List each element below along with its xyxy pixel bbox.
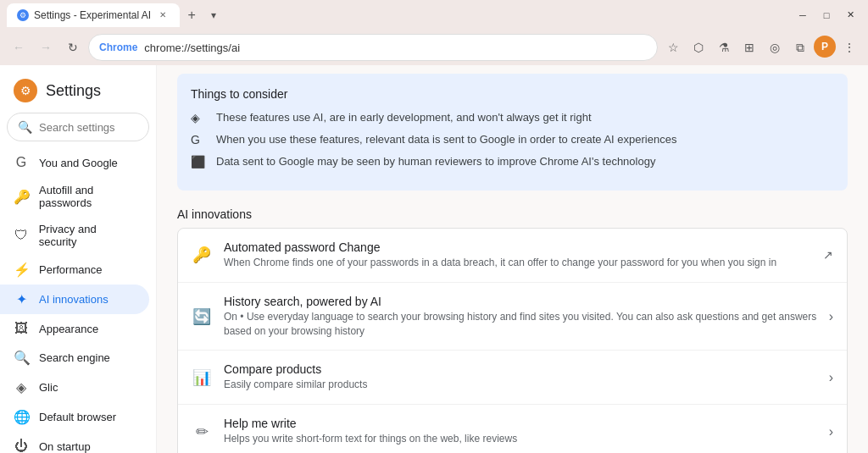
screenshare-icon[interactable]: ⧉ — [788, 36, 812, 59]
extensions-icon[interactable]: ⬡ — [687, 36, 710, 59]
card-icon-history-search: 🔄 — [192, 307, 212, 326]
tab-favicon — [17, 9, 29, 21]
titlebar-controls: ─ □ ✕ — [792, 7, 861, 24]
sidebar-label-default-browser: Default browser — [39, 411, 116, 423]
avatar[interactable]: P — [814, 36, 836, 58]
refresh-button[interactable]: ↻ — [61, 36, 85, 59]
card-content-history-search: History search, powered by AI On • Use e… — [224, 295, 817, 339]
info-box: Things to consider ◈ These features use … — [177, 74, 848, 191]
sidebar-item-autofill[interactable]: 🔑 Autofill and passwords — [0, 177, 149, 216]
chrome-logo: Chrome — [99, 41, 137, 53]
search-input[interactable] — [39, 121, 138, 134]
card-desc-help-me-write: Helps you write short-form text for thin… — [224, 432, 817, 446]
sidebar-nav: G You and Google 🔑 Autofill and password… — [0, 148, 156, 453]
search-icon: 🔍 — [18, 120, 32, 134]
info-text-0: These features use AI, are in early deve… — [216, 111, 592, 124]
sidebar-item-performance[interactable]: ⚡ Performance — [0, 255, 149, 285]
search-settings[interactable]: 🔍 — [7, 113, 149, 141]
sidebar-item-default-browser[interactable]: 🌐 Default browser — [0, 402, 149, 432]
card-desc-compare-products: Easily compare similar products — [224, 378, 817, 392]
titlebar: Settings - Experimental AI ✕ + ▾ ─ □ ✕ — [0, 0, 868, 30]
sidebar-icon-you-and-google: G — [14, 155, 29, 170]
info-text-2: Data sent to Google may be seen by human… — [216, 155, 655, 168]
grid-icon[interactable]: ⊞ — [737, 36, 761, 59]
camera-icon[interactable]: ◎ — [763, 36, 787, 59]
tab-bar: Settings - Experimental AI ✕ + ▾ — [7, 0, 224, 30]
menu-icon[interactable]: ⋮ — [837, 36, 861, 59]
sidebar-label-you-and-google: You and Google — [39, 157, 118, 169]
info-item-2: ⬛ Data sent to Google may be seen by hum… — [191, 155, 834, 168]
card-icon-help-me-write: ✏ — [192, 423, 212, 441]
sidebar-item-on-startup[interactable]: ⏻ On startup — [0, 432, 149, 453]
sidebar-item-search-engine[interactable]: 🔍 Search engine — [0, 343, 149, 373]
sidebar-label-glic: Glic — [39, 381, 58, 394]
card-item-automated-password[interactable]: 🔑 Automated password Change When Chrome … — [178, 229, 847, 283]
card-desc-history-search: On • Use everyday language to search you… — [224, 310, 817, 339]
info-item-1: G When you use these features, relevant … — [191, 133, 834, 146]
main-layout: ⚙ Settings 🔍 G You and Google 🔑 Autofill… — [0, 65, 868, 453]
tab-close-button[interactable]: ✕ — [156, 8, 170, 22]
back-button[interactable]: ← — [7, 36, 31, 59]
info-icon-0: ◈ — [191, 111, 208, 124]
info-box-title: Things to consider — [191, 87, 834, 101]
url-display: chrome://settings/ai — [144, 41, 647, 54]
card-item-history-search[interactable]: 🔄 History search, powered by AI On • Use… — [178, 283, 847, 351]
external-link-icon: ↗ — [823, 248, 833, 262]
addressbar: ← → ↻ Chrome chrome://settings/ai ☆ ⬡ ⚗ … — [0, 30, 868, 65]
chevron-right-icon: › — [829, 370, 833, 385]
card-title-automated-password: Automated password Change — [224, 240, 811, 254]
sidebar: ⚙ Settings 🔍 G You and Google 🔑 Autofill… — [0, 65, 157, 453]
info-item-0: ◈ These features use AI, are in early de… — [191, 111, 834, 124]
card-content-automated-password: Automated password Change When Chrome fi… — [224, 240, 811, 270]
sidebar-icon-search-engine: 🔍 — [14, 350, 29, 366]
card-title-compare-products: Compare products — [224, 362, 817, 376]
maximize-button[interactable]: □ — [815, 7, 837, 24]
sidebar-icon-default-browser: 🌐 — [14, 409, 29, 425]
active-tab[interactable]: Settings - Experimental AI ✕ — [7, 3, 180, 27]
tab-dropdown-button[interactable]: ▾ — [203, 5, 224, 25]
card-content-compare-products: Compare products Easily compare similar … — [224, 362, 817, 392]
omnibox[interactable]: Chrome chrome://settings/ai — [88, 34, 658, 61]
sidebar-icon-performance: ⚡ — [14, 262, 29, 278]
settings-icon: ⚙ — [14, 79, 37, 102]
minimize-button[interactable]: ─ — [792, 7, 814, 24]
lab-icon[interactable]: ⚗ — [712, 36, 736, 59]
info-items: ◈ These features use AI, are in early de… — [191, 111, 834, 168]
content-area: Things to consider ◈ These features use … — [157, 65, 868, 453]
card-item-help-me-write[interactable]: ✏ Help me write Helps you write short-fo… — [178, 405, 847, 453]
card-icon-compare-products: 📊 — [192, 368, 212, 387]
sidebar-item-appearance[interactable]: 🖼 Appearance — [0, 314, 149, 343]
chevron-right-icon: › — [829, 309, 833, 324]
info-icon-2: ⬛ — [191, 155, 208, 168]
card-icon-automated-password: 🔑 — [192, 246, 212, 264]
card-title-help-me-write: Help me write — [224, 417, 817, 430]
card-item-compare-products[interactable]: 📊 Compare products Easily compare simila… — [178, 351, 847, 405]
forward-button[interactable]: → — [34, 36, 58, 59]
cards-container: 🔑 Automated password Change When Chrome … — [178, 229, 847, 453]
sidebar-item-ai-innovations[interactable]: ✦ AI innovations — [0, 285, 149, 314]
sidebar-label-on-startup: On startup — [39, 440, 91, 453]
sidebar-icon-privacy: 🛡 — [14, 228, 29, 243]
sidebar-icon-glic: ◈ — [14, 379, 29, 395]
chevron-right-icon: › — [829, 424, 833, 439]
sidebar-item-you-and-google[interactable]: G You and Google — [0, 148, 149, 177]
bookmark-icon[interactable]: ☆ — [661, 36, 685, 59]
close-button[interactable]: ✕ — [839, 7, 861, 24]
card-content-help-me-write: Help me write Helps you write short-form… — [224, 417, 817, 446]
sidebar-item-glic[interactable]: ◈ Glic — [0, 373, 149, 402]
new-tab-button[interactable]: + — [180, 3, 203, 27]
sidebar-label-appearance: Appearance — [39, 323, 98, 335]
sidebar-icon-autofill: 🔑 — [14, 189, 29, 205]
tab-title: Settings - Experimental AI — [34, 9, 151, 21]
sidebar-icon-appearance: 🖼 — [14, 321, 29, 336]
sidebar-label-search-engine: Search engine — [39, 351, 110, 364]
ai-cards: 🔑 Automated password Change When Chrome … — [177, 228, 848, 453]
sidebar-icon-on-startup: ⏻ — [14, 439, 29, 453]
info-icon-1: G — [191, 133, 208, 146]
info-text-1: When you use these features, relevant da… — [216, 133, 676, 146]
sidebar-label-autofill: Autofill and passwords — [39, 184, 136, 209]
sidebar-item-privacy[interactable]: 🛡 Privacy and security — [0, 216, 149, 255]
sidebar-label-privacy: Privacy and security — [39, 223, 136, 248]
settings-title: Settings — [46, 82, 101, 100]
settings-header: ⚙ Settings — [0, 72, 156, 113]
